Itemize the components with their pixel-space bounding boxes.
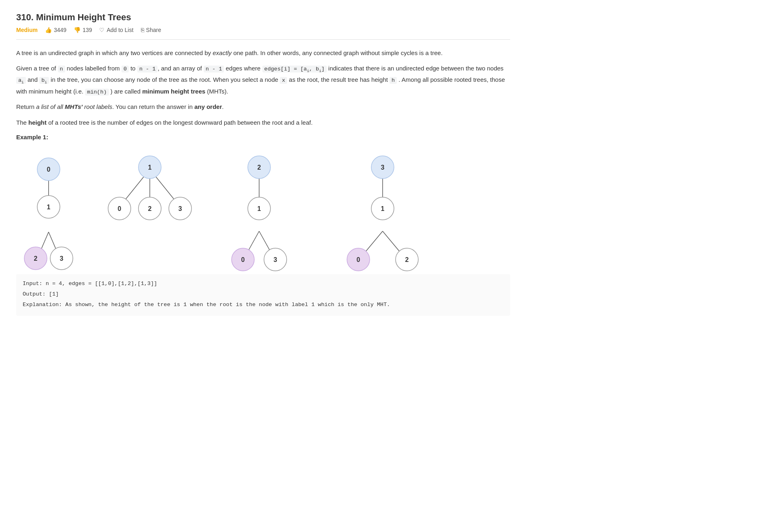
description-p2: Given a tree of n nodes labelled from 0 … bbox=[16, 63, 510, 97]
example1-label: Example 1: bbox=[16, 134, 510, 140]
upvote-item[interactable]: 👍 3449 bbox=[45, 27, 66, 33]
downvote-item[interactable]: 👎 139 bbox=[74, 27, 92, 33]
heart-icon: ♡ bbox=[99, 27, 104, 33]
example1-output-line: Output: [1] bbox=[23, 289, 504, 299]
example1-trees: 0 1 2 3 1 0 2 3 2 1 bbox=[16, 147, 510, 264]
svg-text:3: 3 bbox=[60, 255, 64, 262]
description-p1: A tree is an undirected graph in which a… bbox=[16, 48, 510, 58]
svg-text:2: 2 bbox=[148, 205, 152, 212]
meta-row: Medium 👍 3449 👎 139 ♡ Add to List ⎘ Shar… bbox=[16, 27, 510, 40]
downvote-count: 139 bbox=[83, 27, 92, 33]
svg-text:0: 0 bbox=[357, 256, 360, 263]
description-p4: The height of a rooted tree is the numbe… bbox=[16, 117, 510, 128]
upvote-count: 3449 bbox=[54, 27, 66, 33]
svg-text:1: 1 bbox=[47, 203, 51, 210]
svg-text:2: 2 bbox=[34, 255, 38, 262]
svg-text:1: 1 bbox=[148, 164, 152, 170]
svg-text:1: 1 bbox=[381, 205, 385, 212]
svg-text:0: 0 bbox=[47, 166, 51, 172]
svg-text:2: 2 bbox=[258, 164, 261, 170]
svg-text:0: 0 bbox=[118, 205, 121, 212]
description-p3: Return a list of all MHTs' root labels. … bbox=[16, 102, 510, 112]
svg-text:3: 3 bbox=[381, 164, 385, 170]
svg-text:0: 0 bbox=[241, 256, 245, 263]
share-label: Share bbox=[146, 27, 161, 33]
add-to-list-label: Add to List bbox=[106, 27, 133, 33]
thumbs-down-icon: 👎 bbox=[74, 27, 81, 33]
share-button[interactable]: ⎘ Share bbox=[141, 27, 161, 33]
difficulty-badge[interactable]: Medium bbox=[16, 27, 38, 33]
svg-text:3: 3 bbox=[179, 205, 182, 212]
tree4-svg: 3 1 0 2 bbox=[332, 147, 433, 264]
page-title: 310. Minimum Height Trees bbox=[16, 12, 510, 23]
example1-input-line: Input: n = 4, edges = [[1,0],[1,2],[1,3]… bbox=[23, 279, 504, 289]
tree3-svg: 2 1 0 3 bbox=[227, 147, 300, 264]
tree2-svg: 1 0 2 3 bbox=[105, 147, 194, 236]
svg-text:1: 1 bbox=[258, 205, 261, 212]
svg-text:3: 3 bbox=[274, 256, 277, 263]
thumbs-up-icon: 👍 bbox=[45, 27, 52, 33]
add-to-list-button[interactable]: ♡ Add to List bbox=[99, 27, 133, 33]
problem-description: A tree is an undirected graph in which a… bbox=[16, 48, 510, 128]
example1-explanation-line: Explanation: As shown, the height of the… bbox=[23, 300, 504, 310]
tree1-svg: 0 1 2 3 bbox=[24, 147, 73, 260]
example1-io: Input: n = 4, edges = [[1,0],[1,2],[1,3]… bbox=[16, 274, 510, 316]
share-icon: ⎘ bbox=[141, 27, 144, 33]
svg-text:2: 2 bbox=[405, 256, 409, 263]
